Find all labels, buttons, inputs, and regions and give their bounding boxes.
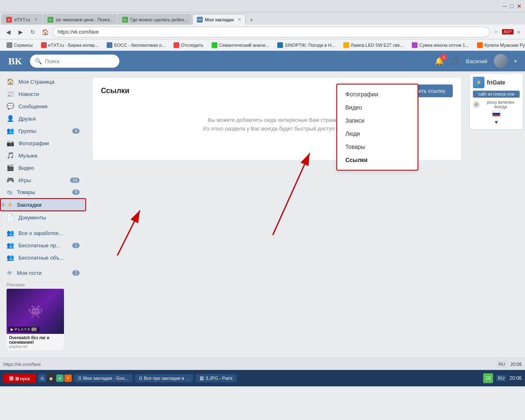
search-icon: 🔍: [35, 58, 42, 64]
tray-icon-2[interactable]: ◉: [47, 374, 55, 382]
messages-icon: 💬: [7, 103, 14, 110]
tab-close-etxt[interactable]: ✕: [34, 17, 38, 22]
vk-logo[interactable]: ВК: [8, 56, 22, 67]
video-icon: 🎬: [7, 164, 14, 171]
maximize-button[interactable]: □: [510, 3, 514, 9]
search-wrapper: 🔍: [30, 55, 169, 68]
close-button[interactable]: ✕: [517, 3, 522, 9]
tray-icon-1[interactable]: ⊡: [38, 374, 46, 382]
bookmark-bag[interactable]: Сумка жіноча оптом 1...: [409, 41, 472, 49]
sidebar-item-music[interactable]: 🎵 Музыка: [0, 149, 86, 162]
status-bar: https://vk.com/fave RU 20:06: [0, 358, 525, 370]
goods-badge: 9: [72, 189, 80, 195]
frigate-collapse-arrow[interactable]: ▾: [473, 118, 520, 126]
bookmark-track[interactable]: Отследить: [170, 41, 207, 49]
tab-label: eTXT.ru: [14, 17, 30, 22]
frigate-site-button[interactable]: сайт из списка vow: [473, 91, 520, 98]
ad-section: Реклама 👾 ▶P L A Y K0+ Overwatch без лаг…: [0, 279, 86, 354]
back-button[interactable]: ◀: [3, 27, 13, 37]
notifications-button[interactable]: 🔔 2: [435, 57, 444, 66]
dropdown-item-posts[interactable]: Записи: [337, 114, 418, 127]
reload-button[interactable]: ↻: [28, 27, 38, 37]
abp-icon[interactable]: АБР: [502, 29, 514, 34]
bookmark-favicon-etxt: [41, 42, 47, 48]
sidebar-item-earnings[interactable]: 👥 Все о заработке...: [0, 227, 86, 239]
bookmark-etxt[interactable]: eTXT.ru - Биржа копир...: [38, 41, 102, 49]
locale-indicator[interactable]: RU: [497, 361, 507, 368]
frigate-icon: ⚡: [473, 77, 484, 88]
minimize-button[interactable]: ─: [503, 3, 507, 9]
sidebar-item-goods[interactable]: 🛍 Товары 9: [0, 186, 86, 198]
bookmark-services[interactable]: Сервисы: [3, 41, 36, 49]
sidebar-item-news[interactable]: 📰 Новости: [0, 88, 86, 100]
flag-row: [473, 111, 520, 116]
dropdown-item-photos[interactable]: Фотографии: [337, 88, 418, 101]
dropdown-item-people[interactable]: Люди: [337, 127, 418, 140]
bookmark-favicon-boss: [107, 42, 112, 48]
sidebar-item-games[interactable]: 🎮 Игры 14: [0, 174, 86, 186]
avatar[interactable]: [494, 54, 508, 68]
docs-icon: 📄: [7, 214, 14, 221]
start-button[interactable]: ⊞ ⊞ пуск: [3, 374, 36, 383]
bookmark-favicon: [7, 42, 12, 48]
sidebar-item-free2[interactable]: 👥 Бесплатные объ...: [0, 251, 86, 264]
vk-search-input[interactable]: [30, 55, 119, 68]
frigate-name: friGate: [487, 79, 505, 86]
taskbar-tray-icon[interactable]: 18: [483, 373, 493, 383]
earnings-icon: 👥: [7, 229, 14, 237]
tab-favicon-etxt: e: [6, 17, 12, 23]
new-tab-button[interactable]: +: [247, 15, 256, 25]
sidebar-item-guests[interactable]: 👁 Мои гости 2: [0, 267, 86, 279]
tray-icon-4[interactable]: Y: [64, 374, 72, 382]
sidebar-item-video[interactable]: 🎬 Видео: [0, 162, 86, 174]
dropdown-item-video[interactable]: Видео: [337, 101, 418, 114]
address-input[interactable]: [52, 27, 490, 37]
sidebar-item-free1[interactable]: 👥 Бесплатные пр... 1: [0, 239, 86, 251]
music-sidebar-icon: 🎵: [7, 152, 14, 159]
tab-etxt[interactable]: e eTXT.ru ✕: [2, 14, 42, 25]
bookmark-favicon-sinoptik: [277, 42, 283, 48]
sidebar-item-groups[interactable]: 👥 Группы 4: [0, 125, 86, 137]
lightning-icon: ⚡: [476, 80, 482, 85]
tab-close-vk[interactable]: ✕: [238, 17, 241, 22]
guests-badge: 2: [72, 270, 80, 276]
taskbar-item-paint[interactable]: 🖼 3.JPG - Paint: [196, 374, 236, 382]
sidebar-item-messages[interactable]: 💬 Сообщения: [0, 100, 86, 112]
menu-icon[interactable]: ≡: [516, 30, 522, 34]
bookmark-lamp[interactable]: Лампа LED 5W E27 све...: [340, 41, 407, 49]
taskbar-time: 20:06: [509, 375, 522, 381]
bookmark-shirt[interactable]: Купити Мужская Руба...: [474, 41, 525, 49]
dropdown-item-goods[interactable]: Товары: [337, 140, 418, 153]
sidebar-item-docs[interactable]: 📄 Документы: [0, 211, 86, 224]
main-content: Ссылки Добавить ссылку Вы можете добавля…: [86, 71, 468, 358]
content-area: 🏠 Моя Страница 📰 Новости 💬 Сообщения 👤 Д…: [0, 71, 525, 358]
sidebar-item-mypage[interactable]: 🏠 Моя Страница: [0, 75, 86, 88]
groups-badge: 4: [72, 128, 80, 134]
sidebar-item-photos[interactable]: 📷 Фотографии: [0, 137, 86, 149]
tab-google-search2[interactable]: G Где можно сделать ребен... ✕: [118, 14, 192, 25]
tab-vk-bookmarks[interactable]: VK Мои закладки ✕: [192, 14, 246, 25]
russia-flag-icon: [492, 111, 500, 116]
forward-button[interactable]: ▶: [16, 27, 25, 37]
bookmark-sinoptik[interactable]: SINOPTIK: Погода в Н...: [274, 41, 338, 49]
taskbar-item-bookmarks[interactable]: G Все про закладки в ...: [135, 374, 193, 382]
taskbar-item-google[interactable]: G Мои закладки - Goo...: [74, 374, 132, 382]
bookmark-favicon-shirt: [477, 42, 483, 48]
taskbar-favicon-paint: 🖼: [200, 376, 204, 381]
home-button[interactable]: 🏠: [40, 27, 50, 37]
sidebar-item-bookmarks[interactable]: ⚙ ★ Закладки: [0, 198, 86, 211]
tray-icon-3[interactable]: ✔: [56, 374, 64, 382]
system-tray-left: ⊡ ◉ ✔ Y: [38, 374, 72, 382]
bookmark-boss[interactable]: БОСС - биллинговая о...: [103, 41, 169, 49]
taskbar-locale[interactable]: RU: [496, 375, 506, 381]
username-label[interactable]: Василий: [466, 58, 487, 64]
ad-banner[interactable]: 👾 ▶P L A Y K0+ Overwatch без лаг и скачи…: [7, 289, 64, 350]
tab-google-search[interactable]: G ззг николаев цена - Поиск... ✕: [43, 14, 117, 25]
bookmark-semantic[interactable]: Семантический анали...: [208, 41, 273, 49]
music-button[interactable]: 🎵: [450, 57, 459, 66]
sidebar-item-friends[interactable]: 👤 Друзья: [0, 112, 86, 125]
profile-dropdown-arrow[interactable]: ▾: [514, 59, 517, 64]
bookmark-star-icon[interactable]: ☆: [492, 29, 500, 34]
links-title: Ссылки: [101, 87, 130, 95]
dropdown-item-links[interactable]: Ссылки: [337, 153, 418, 167]
